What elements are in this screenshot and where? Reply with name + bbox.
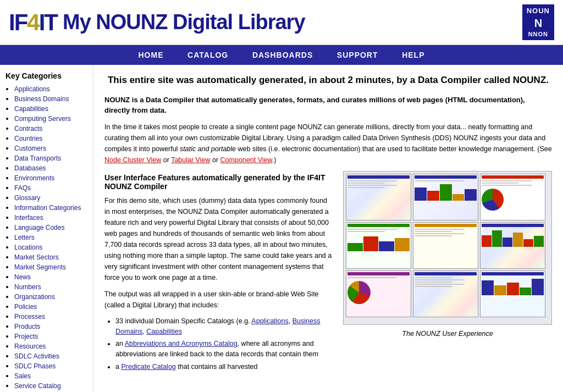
nav-home[interactable]: HOME	[138, 51, 163, 59]
header: IF4IT My NOUNZ Digital Library NOUN N NN…	[0, 0, 563, 45]
sidebar-link[interactable]: Contracts	[14, 125, 42, 132]
bullet-item-3: a Predicate Catalog that contains all ha…	[115, 362, 334, 372]
two-col-right: The NOUNZ User Experience	[343, 171, 552, 376]
list-item: Language Codes	[14, 223, 87, 231]
sidebar-heading: Key Categories	[5, 71, 87, 80]
list-item: Letters	[14, 233, 87, 241]
sidebar-link[interactable]: Policies	[14, 303, 37, 311]
list-item: Applications	[14, 85, 87, 93]
sidebar-link[interactable]: Environments	[14, 174, 54, 182]
list-item: Market Sectors	[14, 253, 87, 261]
screenshot-collage	[343, 171, 552, 325]
list-item: Numbers	[14, 283, 87, 291]
list-item: Data Transports	[14, 154, 87, 162]
link-abbreviations[interactable]: Abbreviations and Acronyms Catalog	[125, 340, 238, 347]
mini-screen-6	[480, 222, 545, 269]
sidebar-link[interactable]: SDLC Phases	[14, 362, 56, 370]
sidebar-link[interactable]: Information Categories	[14, 204, 81, 212]
sidebar-link[interactable]: Language Codes	[14, 224, 64, 231]
bullet-item-2: an Abbreviations and Acronyms Catalog, w…	[115, 339, 334, 360]
mini-screen-4	[346, 222, 411, 269]
sidebar-link[interactable]: Glossary	[14, 194, 40, 202]
list-item: Market Segments	[14, 263, 87, 271]
list-item: Interfaces	[14, 213, 87, 222]
list-item: News	[14, 273, 87, 281]
sidebar-link[interactable]: News	[14, 273, 31, 281]
sidebar-link[interactable]: Organizations	[14, 293, 55, 301]
link-applications[interactable]: Applications	[251, 317, 288, 325]
sidebar-link[interactable]: FAQs	[14, 184, 31, 192]
collage-caption: The NOUNZ User Experience	[343, 328, 552, 339]
sidebar-link[interactable]: Market Segments	[14, 263, 66, 271]
list-item: Environments	[14, 174, 87, 182]
sidebar-link[interactable]: Interfaces	[14, 214, 43, 222]
sidebar-link[interactable]: Computing Servers	[14, 115, 71, 123]
output-paragraph: The output was all wrapped in a user ski…	[104, 289, 334, 311]
sidebar-link[interactable]: Capabilities	[14, 105, 48, 113]
sidebar-link[interactable]: Numbers	[14, 283, 41, 291]
nav-help[interactable]: HELP	[402, 51, 424, 59]
ui-paragraph: For this demo site, which uses (dummy) d…	[104, 195, 334, 283]
sidebar-link[interactable]: Projects	[14, 333, 38, 340]
sidebar-link[interactable]: Processes	[14, 313, 45, 321]
list-item: Sales	[14, 372, 87, 380]
sidebar-link[interactable]: Market Sectors	[14, 253, 59, 261]
list-item: Contracts	[14, 124, 87, 132]
list-item: Business Domains	[14, 95, 87, 103]
list-item: Locations	[14, 243, 87, 251]
sidebar-link[interactable]: Resources	[14, 343, 46, 350]
list-item: SDLC Activities	[14, 352, 87, 360]
sidebar-list: ApplicationsBusiness DomainsCapabilities…	[5, 85, 87, 392]
nav-support[interactable]: SUPPORT	[337, 51, 378, 59]
bullet-item-1: 33 individual Domain Specific Catalogs (…	[115, 316, 334, 337]
main-layout: Key Categories ApplicationsBusiness Doma…	[0, 65, 563, 392]
sidebar-link[interactable]: Sales	[14, 372, 31, 380]
link-tabular[interactable]: Tabular View	[171, 156, 210, 164]
bullet-list: 33 individual Domain Specific Catalogs (…	[104, 316, 334, 372]
mini-screen-5	[413, 222, 478, 269]
list-item: Policies	[14, 302, 87, 311]
mini-screen-2	[413, 174, 478, 220]
header-left: IF4IT My NOUNZ Digital Library	[9, 9, 305, 36]
two-col-left: User Interface Features automatically ge…	[104, 171, 334, 376]
site-title: My NOUNZ Digital Library	[63, 10, 305, 34]
logo: IF4IT	[9, 9, 57, 36]
sidebar-link[interactable]: Letters	[14, 234, 35, 241]
mini-screen-3	[480, 174, 545, 220]
list-item: Databases	[14, 164, 87, 172]
ui-section-heading: User Interface Features automatically ge…	[104, 173, 334, 191]
content-area: This entire site was automatically gener…	[93, 65, 563, 392]
sidebar-link[interactable]: Service Catalog	[14, 382, 61, 390]
sidebar-link[interactable]: Locations	[14, 244, 42, 251]
mini-screen-1	[346, 174, 411, 220]
main-heading: This entire site was automatically gener…	[104, 74, 552, 87]
sidebar-link[interactable]: Products	[14, 323, 40, 330]
nav-catalog[interactable]: CATALOG	[187, 51, 228, 59]
sidebar-link[interactable]: Data Transports	[14, 154, 61, 162]
sidebar-link[interactable]: SDLC Activities	[14, 352, 59, 360]
list-item: Organizations	[14, 292, 87, 301]
link-component[interactable]: Component View	[220, 156, 272, 164]
list-item: Customers	[14, 144, 87, 152]
noun-badge-line3: NNON	[528, 30, 548, 38]
link-predicate[interactable]: Predicate Catalog	[121, 363, 175, 371]
noun-badge: NOUN N NNON	[522, 4, 554, 40]
list-item: Capabilities	[14, 104, 87, 113]
sidebar-link[interactable]: Applications	[14, 85, 50, 93]
nav-dashboards[interactable]: DASHBOARDS	[252, 51, 313, 59]
list-item: FAQs	[14, 184, 87, 192]
mini-screen-8	[413, 270, 478, 317]
sidebar-link[interactable]: Countries	[14, 135, 42, 142]
sidebar-link[interactable]: Databases	[14, 164, 46, 172]
noun-badge-line1: NOUN	[527, 7, 550, 16]
list-item: Countries	[14, 134, 87, 142]
mini-screen-7	[346, 270, 411, 317]
sidebar-link[interactable]: Customers	[14, 145, 46, 152]
list-item: Computing Servers	[14, 114, 87, 123]
intro-bold: NOUNZ is a Data Compiler that automatica…	[104, 95, 552, 116]
list-item: Service Catalog	[14, 382, 87, 390]
list-item: Information Categories	[14, 203, 87, 212]
link-node-cluster[interactable]: Node Cluster View	[104, 156, 161, 164]
link-capabilities[interactable]: Capabilities	[146, 328, 182, 335]
sidebar-link[interactable]: Business Domains	[14, 95, 69, 103]
